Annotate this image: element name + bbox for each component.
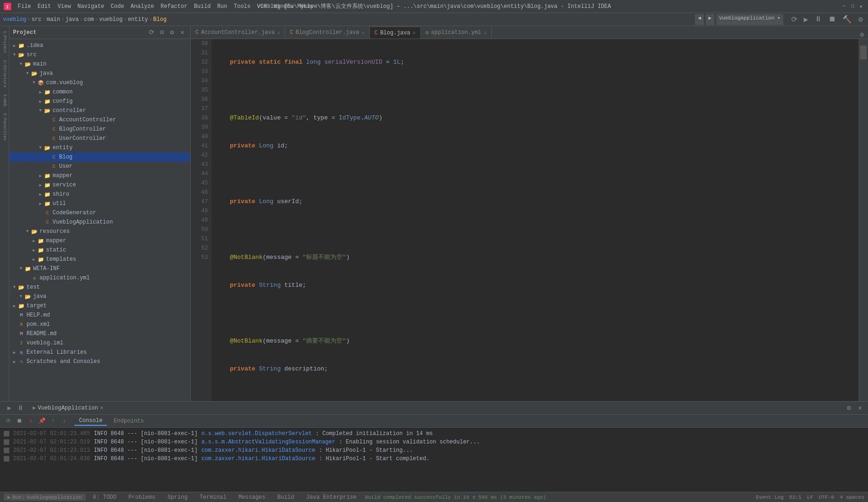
tree-item-mapper-resources[interactable]: ▶ 📁 mapper [9, 236, 190, 245]
pin-button[interactable]: 📌 [37, 416, 47, 426]
project-tab-vertical[interactable]: 1:Project [1, 28, 8, 56]
tree-item-main[interactable]: ▼ 📂 main [9, 59, 190, 69]
up-button[interactable]: ↑ [48, 416, 58, 426]
toolbar-btn[interactable]: ⏹ [826, 14, 838, 25]
editor-scrollbar[interactable] [859, 39, 868, 401]
tree-arrow[interactable]: ▼ [11, 284, 18, 291]
toolbar-btn[interactable]: 🔨 [840, 14, 854, 25]
breadcrumb-item[interactable]: entity [128, 16, 148, 23]
toolbar-btn[interactable]: ⏸ [812, 14, 824, 25]
tab-blog[interactable]: C Blog.java ✕ [370, 26, 421, 39]
tab-close-run[interactable]: ✕ [100, 404, 103, 411]
tree-arrow[interactable]: ▶ [31, 238, 37, 244]
tree-arrow[interactable]: ▼ [11, 52, 18, 58]
tree-arrow[interactable]: ▶ [37, 89, 44, 95]
tree-arrow[interactable]: ▶ [11, 42, 18, 49]
run-settings-button[interactable]: ⚙ [845, 404, 853, 412]
breadcrumb-item[interactable]: Blog [153, 16, 167, 23]
tree-arrow[interactable]: ▶ [11, 358, 18, 365]
tree-item-pom-xml[interactable]: X pom.xml [9, 320, 190, 329]
menu-view[interactable]: View [55, 2, 74, 11]
tree-arrow[interactable]: ▼ [37, 145, 44, 151]
tab-close-button[interactable]: ✕ [361, 30, 365, 36]
breadcrumb-item[interactable]: vueblog [99, 16, 122, 23]
tree-item-target[interactable]: ▶ 📁 target [9, 301, 190, 310]
web-tab-vertical[interactable]: 3:Web [1, 91, 8, 109]
menu-code[interactable]: Code [108, 2, 127, 11]
tree-item-java[interactable]: ▼ 📂 java [9, 69, 190, 78]
status-build[interactable]: Build [273, 493, 299, 502]
tree-item-vueblog-iml[interactable]: I vueblog.iml [9, 338, 190, 348]
close-panel-button[interactable]: ✕ [178, 28, 187, 37]
tab-account-controller[interactable]: C AccountController.java ✕ [191, 26, 285, 39]
tree-item-src[interactable]: ▼ 📂 src [9, 50, 190, 59]
toolbar-btn[interactable]: ⚙ [856, 14, 865, 25]
tree-item-account-controller[interactable]: C AccountController [9, 115, 190, 125]
tree-item-idea[interactable]: ▶ 📁 .idea [9, 41, 190, 50]
tree-item-readme-md[interactable]: M README.md [9, 329, 190, 338]
favorites-tab-vertical[interactable]: 5:Favorites [1, 110, 8, 143]
kill-button[interactable]: ✕ [26, 416, 35, 426]
tree-arrow[interactable]: ▼ [24, 228, 31, 235]
tree-arrow[interactable]: ▼ [18, 265, 24, 272]
tree-arrow[interactable]: ▶ [37, 200, 44, 207]
tree-arrow[interactable]: ▼ [37, 107, 44, 114]
tree-item-user-controller[interactable]: C UserController [9, 134, 190, 143]
close-button[interactable]: ✕ [858, 3, 864, 10]
tree-arrow[interactable]: ▶ [37, 191, 44, 198]
tree-arrow[interactable]: ▶ [11, 303, 18, 309]
breadcrumb-item[interactable]: src [32, 16, 42, 23]
tree-arrow[interactable]: ▶ [37, 182, 44, 188]
menu-run[interactable]: Run [214, 2, 230, 11]
tree-arrow[interactable]: ▼ [18, 61, 24, 67]
tree-item-application-yml[interactable]: ⚙ application.yml [9, 273, 190, 283]
code-content[interactable]: private static final long serialVersionU… [212, 39, 859, 401]
tree-item-controller[interactable]: ▼ 📂 controller [9, 106, 190, 115]
structure-tab-vertical[interactable]: 2:Structure [1, 57, 8, 90]
tab-close-button[interactable]: ✕ [484, 30, 487, 36]
tree-arrow[interactable]: ▼ [24, 70, 31, 77]
tree-item-vueblog-application[interactable]: C VueblogApplication [9, 218, 190, 227]
tree-arrow[interactable]: ▶ [11, 349, 18, 356]
toolbar-btn[interactable]: ⟳ [789, 14, 800, 25]
minimize-button[interactable]: ─ [841, 3, 848, 10]
run-button[interactable]: ▶ [5, 403, 14, 413]
run-status-button[interactable]: ▶ Run: VueblogApplication [4, 494, 86, 501]
tree-arrow[interactable]: ▶ [31, 247, 37, 253]
event-log-label[interactable]: Event Log [756, 495, 783, 500]
status-spring[interactable]: Spring [163, 493, 192, 502]
tree-item-blog[interactable]: C Blog [9, 152, 190, 162]
status-problems[interactable]: Problems [124, 493, 160, 502]
breadcrumb-item[interactable]: vueblog [3, 16, 26, 23]
menu-file[interactable]: File [15, 2, 34, 11]
maximize-button[interactable]: □ [849, 3, 856, 10]
menu-tools[interactable]: Tools [231, 2, 254, 11]
tree-item-shiro[interactable]: ▶ 📁 shiro [9, 190, 190, 199]
breadcrumb-item[interactable]: main [47, 16, 60, 23]
tree-item-common[interactable]: ▶ 📁 common [9, 87, 190, 97]
tree-item-user[interactable]: C User [9, 162, 190, 171]
tree-arrow[interactable]: ▶ [37, 172, 44, 179]
run-tab-label[interactable]: ▶ VueblogApplication ✕ [29, 403, 107, 412]
tab-close-button[interactable]: ✕ [277, 30, 280, 36]
tree-item-service[interactable]: ▶ 📁 service [9, 180, 190, 190]
tree-item-templates[interactable]: ▶ 📁 templates [9, 255, 190, 264]
tree-item-util[interactable]: ▶ 📁 util [9, 199, 190, 208]
tree-item-weta-inf[interactable]: ▼ 📁 WETA-INF [9, 264, 190, 273]
tree-item-help-md[interactable]: M HELP.md [9, 310, 190, 320]
tree-arrow[interactable]: ▼ [18, 293, 24, 300]
tree-item-com-vueblog[interactable]: ▼ 📦 com.vueblog [9, 78, 190, 87]
menu-edit[interactable]: Edit [35, 2, 54, 11]
menu-analyze[interactable]: Analyze [128, 2, 157, 11]
tree-item-test[interactable]: ▼ 📂 test [9, 283, 190, 292]
collapse-all-button[interactable]: ⊟ [158, 28, 166, 37]
endpoints-tab[interactable]: Endpoints [109, 417, 148, 425]
toolbar-btn[interactable]: ▶ [801, 14, 811, 25]
status-terminal[interactable]: Terminal [195, 493, 231, 502]
tree-item-static[interactable]: ▶ 📁 static [9, 245, 190, 255]
tree-item-config[interactable]: ▶ 📁 config [9, 97, 190, 106]
tree-item-scratches[interactable]: ▶ ✎ Scratches and Consoles [9, 357, 190, 366]
tree-arrow[interactable]: ▼ [31, 79, 37, 86]
tree-item-resources[interactable]: ▼ 📂 resources [9, 227, 190, 236]
tab-blog-controller[interactable]: C BlogController.java ✕ [285, 26, 370, 39]
